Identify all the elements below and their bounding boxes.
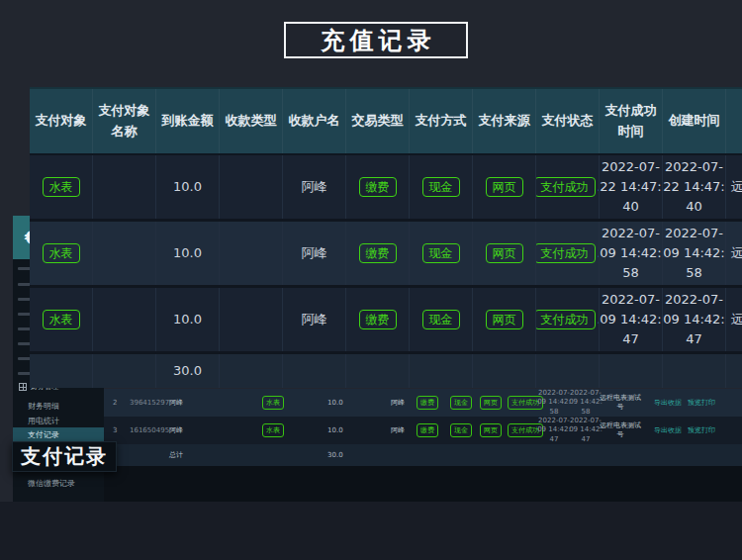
remark-cell-clipped: 远 [726,222,742,285]
trade-type-badge: 缴费 [417,396,438,410]
pay-method-badge: 现金 [450,396,472,410]
empty-cell [536,354,600,388]
table-row: 水表 10.0 阿峰 缴费 现金 网页 支付成功. 2022-07- 22 14… [30,155,742,222]
pay-status-badge: 支付成功 [536,310,596,329]
pay-method-cell: 现金 [410,222,473,285]
trade-type-badge: 缴费 [359,243,397,263]
menu-group-icon [19,383,27,391]
empty-cell [663,354,726,388]
recv-type-cell [220,288,283,351]
pay-source-badge: 网页 [480,396,502,410]
table-header-row: 支付对象 支付对象名称 到账金额 收款类型 收款户名 交易类型 支付方式 支付来… [30,89,742,155]
page-title: 充值记录 [284,22,468,58]
amount-cell: 10.0 [156,222,220,285]
pay-status-cell: 支付成功. [536,222,600,285]
table-row: 水表 10.0 阿峰 缴费 现金 网页 支付成功. 2022-07- 09 14… [30,222,742,288]
pay-method-badge: 现金 [422,310,460,329]
empty-cell [283,354,346,388]
pay-source-cell: 网页 [473,155,536,219]
pay-source-cell: 网页 [473,288,536,351]
amount-cell: 10.0 [156,155,220,219]
column-header-recv-type: 收款类型 [220,89,283,153]
total-amount: 30.0 [327,451,343,459]
order-id: 161650495 [130,426,169,434]
remark-cell-clipped: 远 [726,288,742,351]
mini-table: 2 396415297 阿峰 水表 10.0 阿峰 缴费 现金 网页 支付成功 … [104,389,742,466]
column-header-pay-object: 支付对象 [30,89,93,153]
trade-type-badge: 缴费 [359,310,397,329]
create-time-cell: 2022-07- 09 14:42: 47 [663,288,726,351]
column-header-pay-source: 支付来源 [473,89,536,153]
account-name: 阿峰 [391,425,405,435]
empty-cell [600,354,663,388]
payer-name: 阿峰 [169,398,183,408]
column-header-account-name: 收款户名 [283,89,346,153]
page-title-text: 充值记录 [317,25,436,56]
preview-print-link[interactable]: 预览打印 [688,398,715,408]
meter-badge: 水表 [262,396,284,410]
sidebar-item-power-stats[interactable]: 用电统计 [13,414,104,428]
column-header-create-time: 创建时间 [663,89,726,153]
pay-source-badge: 网页 [486,243,523,263]
pay-status-cell: 支付成功. [536,288,600,351]
pay-status-badge: 支付成功 [536,177,596,197]
remark: 远程电表测试 号 [599,421,642,440]
column-header-trade-type: 交易类型 [346,89,410,153]
sidebar-item-label: 支付记录 [28,430,59,439]
sidebar-item-label: 用电统计 [28,417,59,425]
pay-method-cell: 现金 [410,288,473,351]
column-header-amount: 到账金额 [156,89,220,153]
pay-object-cell: 水表 [30,155,93,219]
pay-status-badge: 支付成功 [536,243,596,263]
row-index: 2 [113,399,117,407]
window-empty-area [104,466,742,502]
recv-type-cell [220,155,283,219]
object-name-cell [93,222,156,285]
recv-type-cell [220,222,283,285]
table-row: 2 396415297 阿峰 水表 10.0 阿峰 缴费 现金 网页 支付成功 … [104,389,742,417]
order-id: 396415297 [130,399,169,407]
payer-name: 阿峰 [169,425,183,435]
object-name-cell [93,155,156,219]
total-row: 总计 30.0 [104,444,742,466]
pay-source-badge: 网页 [480,423,502,437]
empty-cell [30,354,93,388]
empty-cell [410,354,473,388]
object-name-cell [93,288,156,351]
recharge-records-table: 支付对象 支付对象名称 到账金额 收款类型 收款户名 交易类型 支付方式 支付来… [30,87,742,388]
export-receipt-link[interactable]: 导出收据 [654,425,682,435]
pay-method-cell: 现金 [410,155,473,219]
meter-badge: 水表 [262,423,284,437]
trade-type-badge: 缴费 [417,423,438,437]
pay-method-badge: 现金 [422,243,460,263]
sidebar-item-payment-records[interactable]: 支付记录 [13,427,104,442]
success-time-cell: 2022-07- 09 14:42: 47 [600,288,663,351]
sidebar-item-finance-detail[interactable]: 财务明细 [13,399,104,414]
payment-records-callout: 支付记录 [12,441,117,472]
meter-type-badge: 水表 [43,243,80,263]
create-time-cell: 2022-07- 22 14:47: 40 [663,155,726,219]
export-receipt-link[interactable]: 导出收据 [654,398,682,408]
page-bottom-area [0,502,742,560]
callout-label: 支付记录 [21,443,108,470]
sidebar-item-label: 微信缴费记录 [28,479,75,488]
preview-print-link[interactable]: 预览打印 [688,425,715,435]
pay-method-badge: 现金 [422,177,460,197]
total-row: 30.0 [30,354,742,388]
column-header-success-time: 支付成功时间 [600,89,663,153]
total-amount-cell: 30.0 [156,354,220,388]
account-name-cell: 阿峰 [283,222,346,285]
trade-type-cell: 缴费 [346,288,410,351]
trade-type-cell: 缴费 [346,155,410,219]
empty-cell [346,354,410,388]
empty-cell [473,354,536,388]
pay-object-cell: 水表 [30,222,93,285]
account-name: 阿峰 [391,398,405,408]
empty-cell [220,354,283,388]
sidebar-item-wechat-records[interactable]: 微信缴费记录 [13,476,104,491]
column-header-pay-method: 支付方式 [410,89,473,153]
trade-type-badge: 缴费 [359,177,397,197]
row-index: 3 [113,426,117,434]
success-time-cell: 2022-07- 22 14:47: 40 [600,155,663,219]
total-label: 总计 [169,450,183,460]
